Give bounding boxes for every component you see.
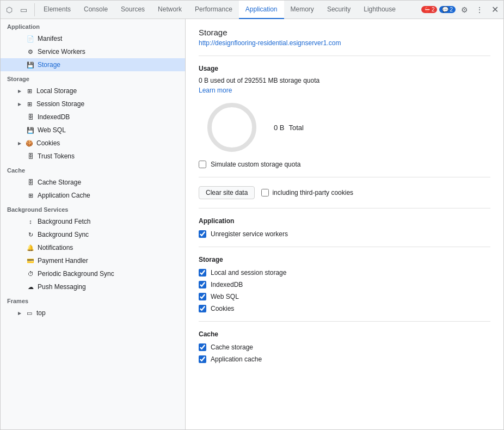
unregister-sw-label[interactable]: Unregister service workers — [211, 230, 288, 238]
cookies-row: including third-party cookies — [261, 189, 353, 196]
application-cache-label[interactable]: Application cache — [211, 355, 262, 363]
total-value: 0 B — [274, 124, 285, 132]
sidebar-item-cookies[interactable]: ▶🍪Cookies — [1, 137, 185, 150]
web-sql-row: Web SQL — [199, 293, 490, 300]
indexeddb-icon: 🗄 — [27, 113, 34, 121]
push-messaging-label: Push Messaging — [38, 283, 86, 291]
tab-network[interactable]: Network — [151, 1, 188, 19]
cache-storage-label[interactable]: Cache storage — [211, 343, 253, 351]
clear-site-data-button[interactable]: Clear site data — [199, 186, 255, 199]
sidebar-item-indexeddb[interactable]: 🗄IndexedDB — [1, 110, 185, 124]
sidebar-item-background-sync[interactable]: ↻Background Sync — [1, 228, 185, 241]
sidebar-section-cache: Cache — [1, 163, 185, 176]
unregister-sw-checkbox[interactable] — [199, 230, 206, 238]
main-area: Application📄Manifest⚙Service Workers💾Sto… — [1, 19, 503, 429]
tab-memory[interactable]: Memory — [284, 1, 321, 19]
storage-donut — [207, 103, 256, 152]
sidebar-item-trust-tokens[interactable]: 🗄Trust Tokens — [1, 150, 185, 163]
simulate-label[interactable]: Simulate custom storage quota — [211, 161, 300, 168]
application-section-title: Application — [199, 217, 490, 225]
learn-more-link[interactable]: Learn more — [199, 87, 232, 94]
web-sql-label: Web SQL — [38, 126, 66, 134]
cookies-icon: 🍪 — [26, 139, 33, 147]
usage-label: Usage — [199, 65, 490, 72]
cache-storage-row: Cache storage — [199, 343, 490, 351]
cache-storage-checkbox[interactable] — [199, 343, 206, 351]
local-storage-expand-icon: ▶ — [18, 89, 21, 94]
sidebar-item-cache-storage[interactable]: 🗄Cache Storage — [1, 176, 185, 189]
manifest-icon: 📄 — [27, 35, 34, 42]
total-suffix: Total — [289, 124, 304, 132]
payment-handler-label: Payment Handler — [38, 257, 88, 265]
cookies-check-checkbox[interactable] — [199, 305, 206, 312]
trust-tokens-label: Trust Tokens — [38, 152, 75, 160]
application-cache-checkbox[interactable] — [199, 355, 206, 363]
donut-legend: 0 B Total — [274, 124, 304, 132]
sidebar-item-push-messaging[interactable]: ☁Push Messaging — [1, 280, 185, 293]
error-badge[interactable]: ⛔ 2 — [421, 6, 438, 13]
storage-label: Storage — [38, 61, 60, 69]
sidebar-item-periodic-background-sync[interactable]: ⏱Periodic Background Sync — [1, 267, 185, 280]
error-count: 2 — [432, 7, 435, 13]
cookies-check-row: Cookies — [199, 305, 490, 312]
cookies-check-label[interactable]: Cookies — [211, 305, 234, 312]
sidebar-section-background-services: Background Services — [1, 202, 185, 215]
indexeddb-label[interactable]: IndexedDB — [211, 281, 243, 288]
application-cache-label: Application Cache — [38, 192, 90, 199]
trust-tokens-icon: 🗄 — [27, 152, 34, 160]
sidebar-item-top[interactable]: ▶▭top — [1, 306, 185, 320]
more-icon[interactable]: ⋮ — [473, 3, 486, 16]
web-sql-label[interactable]: Web SQL — [211, 293, 239, 300]
message-badge[interactable]: 💬 2 — [439, 6, 456, 13]
settings-icon[interactable]: ⚙ — [458, 3, 471, 16]
web-sql-checkbox[interactable] — [199, 293, 206, 300]
donut-total: 0 B Total — [274, 124, 304, 132]
toolbar-right: ⛔ 2 💬 2 ⚙ ⋮ ✕ — [421, 3, 501, 16]
devtools-window: ⬡ ▭ ElementsConsoleSourcesNetworkPerform… — [0, 0, 504, 430]
cookies-label: Cookies — [36, 139, 60, 147]
application-cache-icon: ⊞ — [27, 192, 34, 199]
tab-application[interactable]: Application — [239, 1, 284, 19]
error-icon: ⛔ — [424, 7, 431, 13]
sidebar-section-storage: Storage — [1, 71, 185, 84]
storage-section-title: Storage — [199, 256, 490, 263]
local-session-checkbox[interactable] — [199, 269, 206, 277]
sidebar-item-application-cache[interactable]: ⊞Application Cache — [1, 189, 185, 202]
service-workers-label: Service Workers — [38, 48, 85, 56]
sidebar-item-background-fetch[interactable]: ↕Background Fetch — [1, 215, 185, 228]
sidebar-item-service-workers[interactable]: ⚙Service Workers — [1, 45, 185, 58]
tab-elements[interactable]: Elements — [37, 1, 77, 19]
tab-lighthouse[interactable]: Lighthouse — [357, 1, 402, 19]
indexeddb-checkbox[interactable] — [199, 281, 206, 288]
tabs: ElementsConsoleSourcesNetworkPerformance… — [37, 1, 421, 19]
push-messaging-icon: ☁ — [27, 283, 34, 291]
third-party-cookies-checkbox[interactable] — [261, 189, 269, 196]
message-icon: 💬 — [442, 7, 448, 13]
sidebar-item-manifest[interactable]: 📄Manifest — [1, 32, 185, 45]
page-title: Storage — [199, 28, 490, 37]
toolbar-icons: ⬡ ▭ — [3, 3, 35, 16]
sidebar-item-notifications[interactable]: 🔔Notifications — [1, 241, 185, 254]
sidebar-item-session-storage[interactable]: ▶⊞Session Storage — [1, 97, 185, 110]
cache-storage-label: Cache Storage — [38, 179, 81, 186]
device-icon[interactable]: ▭ — [17, 3, 30, 16]
simulate-row: Simulate custom storage quota — [199, 161, 490, 168]
indexeddb-label: IndexedDB — [38, 113, 70, 121]
application-cache-row: Application cache — [199, 355, 490, 363]
background-sync-icon: ↻ — [27, 231, 34, 238]
tab-sources[interactable]: Sources — [114, 1, 151, 19]
tab-console[interactable]: Console — [77, 1, 114, 19]
tab-performance[interactable]: Performance — [188, 1, 239, 19]
unregister-sw-row: Unregister service workers — [199, 230, 490, 238]
sidebar-item-local-storage[interactable]: ▶⊞Local Storage — [1, 84, 185, 97]
tab-security[interactable]: Security — [321, 1, 357, 19]
inspect-icon[interactable]: ⬡ — [3, 3, 16, 16]
sidebar-item-web-sql[interactable]: 💾Web SQL — [1, 124, 185, 137]
sidebar-item-storage[interactable]: 💾Storage — [1, 58, 185, 71]
close-button[interactable]: ✕ — [488, 3, 501, 16]
simulate-checkbox[interactable] — [199, 161, 206, 168]
cookies-label[interactable]: including third-party cookies — [272, 189, 353, 196]
background-fetch-label: Background Fetch — [38, 218, 90, 225]
local-session-label[interactable]: Local and session storage — [211, 269, 286, 277]
sidebar-item-payment-handler[interactable]: 💳Payment Handler — [1, 254, 185, 267]
